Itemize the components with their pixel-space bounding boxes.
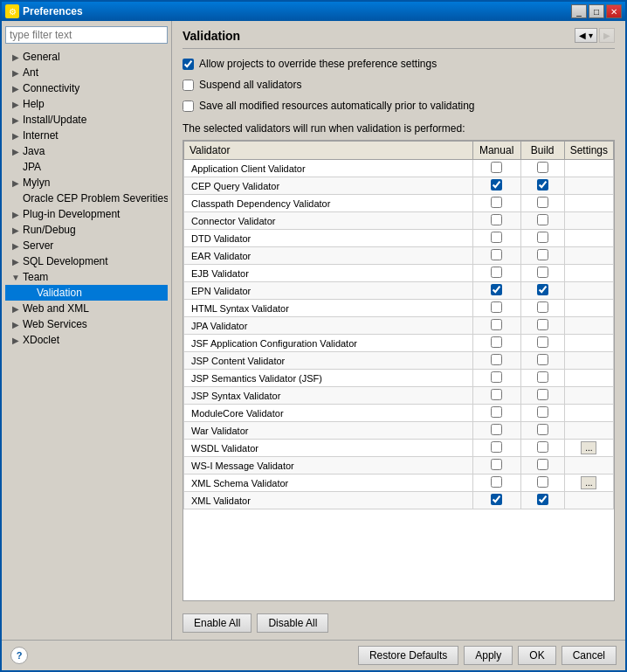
manual-cell[interactable] <box>472 160 520 177</box>
tree-item-plugin-dev[interactable]: ▶Plug-in Development <box>5 206 168 222</box>
tree-item-help[interactable]: ▶Help <box>5 96 168 112</box>
suspend-checkbox[interactable] <box>183 80 194 91</box>
build-cell[interactable] <box>520 492 564 509</box>
manual-cell[interactable] <box>472 265 520 282</box>
tree-item-run-debug[interactable]: ▶Run/Debug <box>5 222 168 238</box>
build-checkbox[interactable] <box>537 197 548 208</box>
tree-item-install-update[interactable]: ▶Install/Update <box>5 112 168 128</box>
build-cell[interactable] <box>520 265 564 282</box>
manual-cell[interactable] <box>472 370 520 387</box>
build-cell[interactable] <box>520 177 564 195</box>
build-cell[interactable] <box>520 440 564 457</box>
manual-checkbox[interactable] <box>491 162 502 173</box>
tree-item-java[interactable]: ▶Java <box>5 143 168 159</box>
tree-item-oracle-cep[interactable]: Oracle CEP Problem Severities <box>5 191 168 206</box>
build-cell[interactable] <box>520 317 564 335</box>
tree-item-validation[interactable]: Validation <box>5 285 168 301</box>
tree-item-internet[interactable]: ▶Internet <box>5 128 168 143</box>
tree-item-xdoclet[interactable]: ▶XDoclet <box>5 332 168 348</box>
build-cell[interactable] <box>520 300 564 317</box>
manual-cell[interactable] <box>472 440 520 457</box>
manual-checkbox[interactable] <box>491 232 502 243</box>
manual-cell[interactable] <box>472 475 520 492</box>
settings-cell[interactable]: ... <box>564 475 613 492</box>
manual-checkbox[interactable] <box>491 459 502 470</box>
build-checkbox[interactable] <box>537 424 548 435</box>
tree-item-jpa[interactable]: JPA <box>5 159 168 175</box>
settings-cell[interactable]: ... <box>564 440 613 457</box>
build-checkbox[interactable] <box>537 267 548 278</box>
build-cell[interactable] <box>520 370 564 387</box>
manual-checkbox[interactable] <box>491 301 502 313</box>
forward-button[interactable]: ▶ <box>599 28 615 43</box>
build-checkbox[interactable] <box>537 494 548 505</box>
manual-cell[interactable] <box>472 422 520 440</box>
save-modified-checkbox[interactable] <box>183 100 194 112</box>
build-checkbox[interactable] <box>537 441 548 453</box>
minimize-button[interactable]: _ <box>571 4 587 18</box>
build-checkbox[interactable] <box>537 406 548 418</box>
build-checkbox[interactable] <box>537 336 548 348</box>
ok-button[interactable]: OK <box>518 646 555 665</box>
manual-checkbox[interactable] <box>491 214 502 225</box>
manual-checkbox[interactable] <box>491 389 502 400</box>
manual-checkbox[interactable] <box>491 319 502 330</box>
manual-cell[interactable] <box>472 335 520 352</box>
build-checkbox[interactable] <box>537 249 548 260</box>
manual-cell[interactable] <box>472 212 520 230</box>
manual-checkbox[interactable] <box>491 336 502 348</box>
build-checkbox[interactable] <box>537 284 548 295</box>
tree-item-general[interactable]: ▶General <box>5 49 168 65</box>
manual-checkbox[interactable] <box>491 354 502 365</box>
allow-override-checkbox[interactable] <box>183 59 194 70</box>
tree-item-connectivity[interactable]: ▶Connectivity <box>5 80 168 96</box>
build-cell[interactable] <box>520 475 564 492</box>
build-checkbox[interactable] <box>537 459 548 470</box>
manual-checkbox[interactable] <box>491 494 502 505</box>
tree-item-sql-dev[interactable]: ▶SQL Development <box>5 253 168 269</box>
build-cell[interactable] <box>520 195 564 212</box>
build-checkbox[interactable] <box>537 354 548 365</box>
maximize-button[interactable]: □ <box>589 4 604 18</box>
manual-checkbox[interactable] <box>491 476 502 488</box>
tree-item-team[interactable]: ▼Team <box>5 269 168 285</box>
build-checkbox[interactable] <box>537 389 548 400</box>
manual-cell[interactable] <box>472 247 520 265</box>
tree-item-server[interactable]: ▶Server <box>5 238 168 253</box>
enable-all-button[interactable]: Enable All <box>183 613 251 633</box>
build-cell[interactable] <box>520 352 564 370</box>
build-cell[interactable] <box>520 387 564 405</box>
restore-defaults-button[interactable]: Restore Defaults <box>358 646 458 665</box>
build-checkbox[interactable] <box>537 301 548 313</box>
build-checkbox[interactable] <box>537 319 548 330</box>
manual-checkbox[interactable] <box>491 441 502 453</box>
manual-cell[interactable] <box>472 317 520 335</box>
build-cell[interactable] <box>520 160 564 177</box>
tree-item-mylyn[interactable]: ▶Mylyn <box>5 175 168 191</box>
build-checkbox[interactable] <box>537 371 548 383</box>
cancel-button[interactable]: Cancel <box>562 646 617 665</box>
manual-checkbox[interactable] <box>491 197 502 208</box>
filter-input[interactable] <box>5 26 168 44</box>
build-cell[interactable] <box>520 282 564 300</box>
manual-cell[interactable] <box>472 387 520 405</box>
manual-cell[interactable] <box>472 195 520 212</box>
manual-cell[interactable] <box>472 282 520 300</box>
back-button[interactable]: ◀ ▾ <box>575 28 597 43</box>
build-cell[interactable] <box>520 335 564 352</box>
manual-checkbox[interactable] <box>491 371 502 383</box>
manual-cell[interactable] <box>472 457 520 475</box>
manual-cell[interactable] <box>472 352 520 370</box>
build-cell[interactable] <box>520 405 564 422</box>
manual-cell[interactable] <box>472 230 520 247</box>
validators-table-container[interactable]: Validator Manual Build Settings Applicat… <box>183 140 615 601</box>
tree-item-web-services[interactable]: ▶Web Services <box>5 316 168 332</box>
close-button[interactable]: ✕ <box>606 4 622 18</box>
build-checkbox[interactable] <box>537 476 548 488</box>
manual-checkbox[interactable] <box>491 267 502 278</box>
apply-button[interactable]: Apply <box>464 646 513 665</box>
build-cell[interactable] <box>520 212 564 230</box>
help-icon[interactable]: ? <box>10 647 28 664</box>
manual-cell[interactable] <box>472 300 520 317</box>
build-cell[interactable] <box>520 422 564 440</box>
